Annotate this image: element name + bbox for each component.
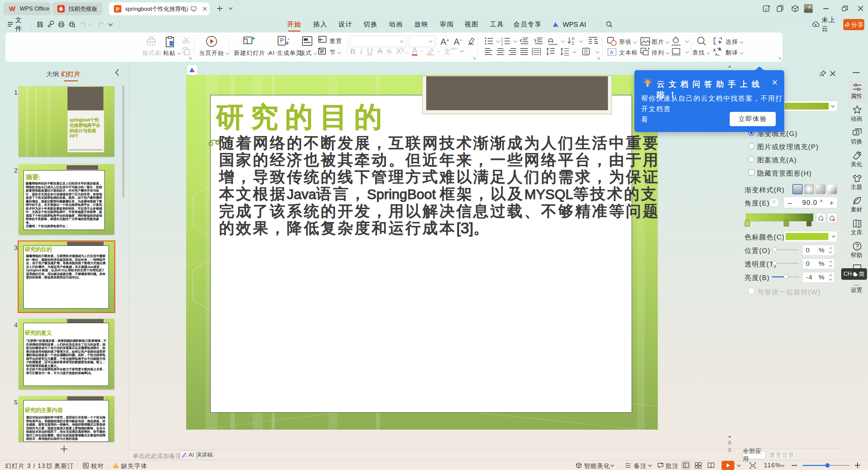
svg-text:P: P [280, 38, 284, 43]
svg-text:Z: Z [572, 41, 574, 45]
svg-text:A: A [610, 50, 613, 55]
svg-text:x: x [713, 47, 716, 53]
svg-text:3: 3 [501, 43, 503, 45]
svg-text:A: A [572, 36, 574, 41]
svg-text:P: P [116, 6, 119, 12]
